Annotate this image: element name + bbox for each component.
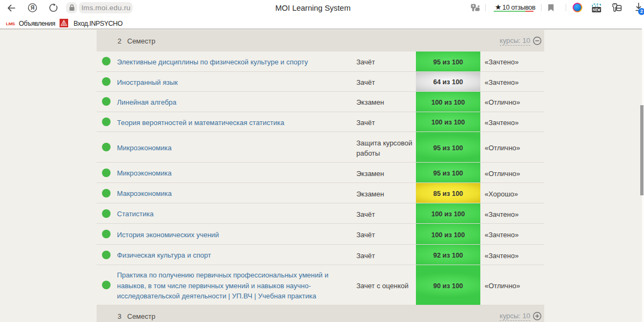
svg-text:Я: Я	[31, 5, 34, 11]
